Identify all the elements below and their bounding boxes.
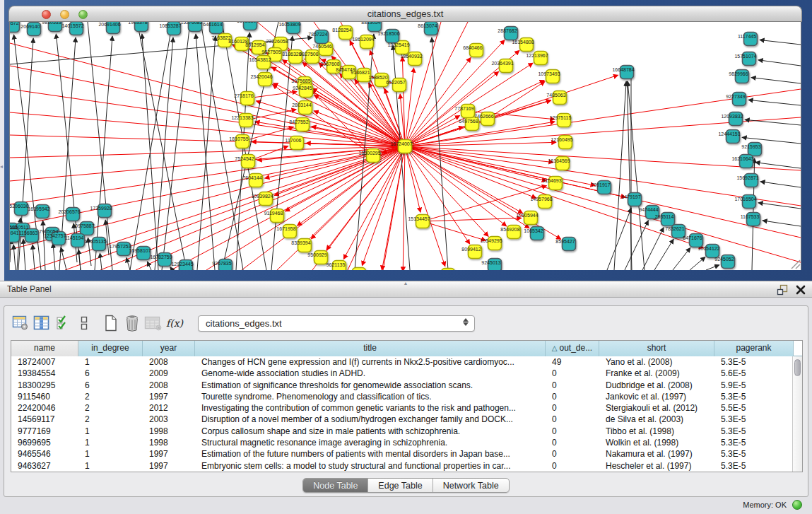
delete-column-button[interactable]	[122, 313, 143, 333]
table-panel-title: Table Panel	[7, 284, 52, 294]
graph-edge	[255, 146, 288, 159]
graph-edge	[137, 22, 187, 270]
table-row[interactable]: 1872400712008Changes of HCN gene express…	[11, 356, 802, 368]
close-panel-icon[interactable]	[795, 284, 806, 296]
column-header-pagerank[interactable]: pagerank	[714, 341, 794, 356]
citation-network-graph[interactable]: 1872400771638228160128891295423226058982…	[10, 22, 802, 270]
graph-node-label: 8471676	[683, 235, 702, 240]
graph-edge	[745, 119, 801, 125]
show-columns-button[interactable]	[31, 313, 52, 333]
column-header-title[interactable]: title	[195, 341, 546, 356]
graph-node-label: 12325419	[387, 42, 409, 47]
function-builder-button[interactable]: f(x)	[164, 313, 185, 333]
cell-title: Estimation of the future numbers of pati…	[195, 448, 546, 460]
show-columns-icon	[33, 315, 50, 331]
graph-edge	[23, 239, 25, 270]
table-row[interactable]: 2242004622012Investigating the contribut…	[11, 402, 802, 414]
column-header-out_de[interactable]: △out_de...	[546, 341, 599, 356]
new-column-button[interactable]	[100, 313, 122, 333]
graph-edge	[758, 203, 801, 209]
graph-node-label: 3975685	[291, 78, 310, 83]
checkmarks-icon	[56, 315, 70, 331]
row-height-button[interactable]	[73, 313, 95, 333]
cell-short: Tibbo et al. (1998)	[599, 426, 714, 437]
cell-in_degree: 1	[78, 448, 143, 460]
cell-in_degree: 6	[78, 380, 143, 391]
graph-node-label: 20364391	[491, 61, 513, 66]
graph-node-label: 15692871	[736, 175, 758, 180]
memory-ok-indicator	[792, 500, 802, 510]
window-title: citations_edges.txt	[9, 8, 801, 19]
column-header-short[interactable]: short	[599, 341, 714, 356]
graph-node-label: 16053809	[278, 22, 300, 27]
scrollbar-thumb[interactable]	[794, 359, 801, 376]
row-height-icon	[80, 315, 88, 331]
split-grip-icon[interactable]: ▲	[404, 281, 408, 286]
graph-node-label: 10549295	[480, 238, 502, 243]
table-row[interactable]: 946554611997Estimation of the future num…	[11, 448, 802, 460]
cell-short: Nakamura et al. (1997)	[599, 448, 714, 460]
tab-node-table[interactable]: Node Table	[303, 479, 368, 492]
trash-icon	[124, 315, 140, 332]
graph-edge	[254, 110, 297, 119]
graph-edge	[405, 146, 420, 212]
graph-node-label: 7485063	[546, 93, 565, 98]
cell-pagerank: 5.3E-5	[714, 391, 794, 402]
cell-year: 2009	[143, 368, 195, 379]
graph-node-label: 9827505	[261, 49, 281, 54]
tab-edge-table[interactable]: Edge Table	[368, 479, 433, 492]
graph-edge	[362, 146, 405, 266]
graph-node-label: 14957968	[530, 197, 552, 201]
graph-node-label: 23420046	[250, 74, 272, 79]
network-canvas[interactable]: 1872400771638228160128891295423226058982…	[9, 22, 801, 270]
table-row[interactable]: 946362711997Embryonic stem cells: a mode…	[11, 460, 802, 472]
table-row[interactable]: 969969511998Structural magnetic resonanc…	[11, 437, 802, 448]
table-row[interactable]: 1830029562008Estimation of significance …	[11, 380, 802, 391]
graph-node-label: 1671958	[276, 226, 295, 231]
collapse-panel-arrow-icon[interactable]: ◂	[0, 163, 4, 171]
table-row[interactable]: 1938455462009Genome-wide association stu…	[11, 368, 802, 379]
cell-pagerank: 5.5E-5	[714, 402, 794, 414]
select-rows-button[interactable]	[52, 313, 73, 333]
cell-name: 9463627	[11, 460, 78, 472]
graph-node-label: 7857224	[308, 32, 327, 37]
graph-node-label: 8613074	[418, 23, 437, 28]
table-settings-button[interactable]	[10, 313, 31, 333]
graph-edge	[755, 163, 801, 168]
cell-pagerank: 5.3E-5	[714, 460, 794, 472]
graph-edge	[690, 257, 705, 270]
cell-in_degree: 1	[78, 437, 143, 448]
column-header-name[interactable]: name	[11, 341, 78, 356]
cell-in_degree: 1	[78, 356, 143, 368]
table-row[interactable]: 977716911998Corpus callosum shape and si…	[11, 426, 802, 437]
canvas-resize-handle[interactable]	[792, 260, 800, 269]
cell-out_de: 0	[546, 402, 599, 414]
graph-node-label: 12342757	[44, 233, 66, 238]
table-selector-dropdown[interactable]: citations_edges.txt	[198, 315, 475, 332]
table-panel-body: f(x) citations_edges.txt namein_degreeye…	[4, 305, 808, 497]
graph-node-label: 10973493	[538, 71, 560, 76]
cell-year: 2008	[143, 356, 195, 368]
graph-node-label: 2803144	[292, 103, 311, 107]
float-panel-icon[interactable]	[777, 284, 788, 296]
graph-node-label: 1145194	[65, 235, 84, 240]
node-table: namein_degreeyeartitle△out_de...shortpag…	[11, 340, 803, 472]
graph-node-label: 1903378	[128, 22, 147, 25]
table-row[interactable]: 911546021997Tourette syndrome. Phenomeno…	[11, 391, 802, 402]
table-vertical-scrollbar[interactable]	[792, 356, 802, 472]
graph-node-label: 16648784	[612, 67, 634, 72]
cell-pagerank: 5.9E-5	[714, 380, 794, 391]
tab-network-table[interactable]: Network Table	[433, 479, 509, 492]
graph-node-label: 8813054	[361, 22, 380, 25]
graph-node-label: 19218506	[377, 31, 399, 36]
graph-node-label: 7787169	[454, 106, 473, 111]
cell-year: 1997	[143, 448, 195, 460]
graph-edge	[100, 253, 102, 270]
network-window-titlebar[interactable]: citations_edges.txt	[8, 6, 802, 22]
table-toolbar: f(x) citations_edges.txt	[10, 312, 475, 334]
table-row[interactable]: 1456911722003Disruption of a novel membe…	[11, 414, 802, 425]
column-header-in_degree[interactable]: in_degree	[78, 341, 143, 356]
column-header-year[interactable]: year	[143, 341, 195, 356]
delete-table-button[interactable]	[143, 313, 164, 333]
graph-edge	[760, 182, 801, 187]
